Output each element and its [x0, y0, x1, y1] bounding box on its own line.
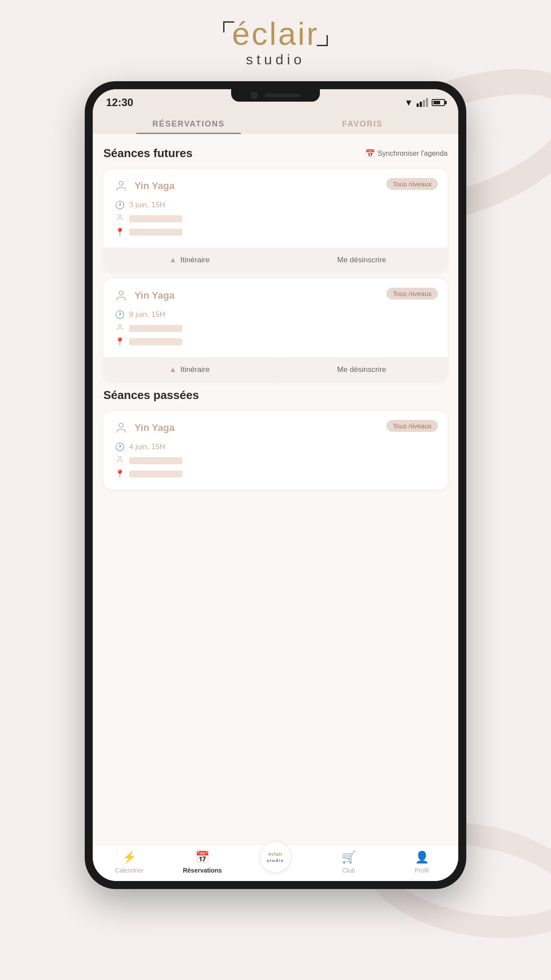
card-title-row-2: Yin Yaga Tous niveaux	[113, 288, 438, 304]
navigate-icon-2: ▲	[169, 365, 177, 374]
teacher-icon-past-1	[115, 455, 125, 466]
card-main-past-1: Yin Yaga Tous niveaux 🕐 4 juin, 15H	[103, 411, 448, 490]
svg-point-2	[119, 291, 123, 295]
nav-item-profil[interactable]: 👤 Profil	[385, 850, 458, 874]
user-icon-1	[113, 178, 129, 194]
sync-label: Synchroniser l'agenda	[378, 150, 448, 158]
svg-point-5	[118, 456, 121, 459]
session-1-address	[129, 229, 182, 236]
unsubscribe-label-1: Me désinscrire	[337, 256, 386, 265]
card-detail-date-2: 🕐 9 juin, 15H	[115, 310, 438, 320]
wifi-icon: ▼	[404, 98, 413, 108]
nav-item-calendar[interactable]: ⚡ Calendrier	[93, 850, 166, 874]
clock-icon-2: 🕐	[115, 310, 125, 320]
card-detail-address-1: 📍	[115, 227, 438, 237]
svg-point-3	[118, 324, 121, 327]
card-actions-2: ▲ Itinéraire Me désinscrire	[103, 357, 448, 381]
location-icon-1: 📍	[115, 227, 125, 237]
teacher-icon-1	[115, 213, 125, 224]
card-detail-teacher-past-1	[115, 455, 438, 466]
calendar-nav-icon: ⚡	[122, 850, 136, 864]
session-1-date: 3 juin, 15H	[129, 201, 165, 209]
profil-nav-icon: 👤	[415, 850, 429, 864]
calendar-nav-label: Calendrier	[115, 867, 144, 874]
calendar-sync-icon: 📅	[365, 149, 375, 158]
unsubscribe-btn-2[interactable]: Me désinscrire	[276, 358, 448, 381]
card-title-group-1: Yin Yaga	[113, 178, 175, 194]
signal-bars	[417, 98, 428, 107]
nav-item-home[interactable]: éclairstudio	[239, 850, 312, 874]
navigate-icon-1: ▲	[169, 255, 177, 265]
card-title-row-past-1: Yin Yaga Tous niveaux	[113, 420, 438, 436]
svg-point-1	[118, 214, 121, 217]
past-section-header: Séances passées	[103, 388, 448, 402]
battery-icon	[432, 99, 445, 106]
unsubscribe-label-2: Me désinscrire	[337, 365, 386, 374]
status-time: 12:30	[106, 96, 133, 109]
tab-favoris[interactable]: FAVORIS	[276, 112, 449, 134]
phone-frame: 12:30 ▼ RÉSERVATIONS FAVORIS Séances fut…	[85, 81, 466, 889]
nav-item-reservations[interactable]: 📅 Réservations	[166, 850, 239, 874]
logo-brand: éclair	[232, 18, 319, 50]
phone-screen: 12:30 ▼ RÉSERVATIONS FAVORIS Séances fut…	[93, 89, 458, 881]
location-icon-past-1: 📍	[115, 469, 125, 479]
logo-sub: studio	[246, 51, 305, 68]
card-main-1: Yin Yaga Tous niveaux 🕐 3 juin, 15H	[103, 169, 448, 248]
session-2-title: Yin Yaga	[134, 290, 175, 301]
session-2-date: 9 juin, 15H	[129, 310, 165, 319]
status-icons: ▼	[404, 98, 445, 108]
card-detail-address-past-1: 📍	[115, 469, 438, 479]
reservations-nav-icon: 📅	[195, 850, 209, 864]
card-main-2: Yin Yaga Tous niveaux 🕐 9 juin, 15H	[103, 279, 448, 357]
tab-header: RÉSERVATIONS FAVORIS	[93, 112, 458, 134]
phone-camera	[251, 92, 258, 99]
itinerary-label-1: Itinéraire	[181, 256, 210, 265]
user-icon-2	[113, 288, 129, 304]
past-section-gap: Séances passées	[103, 388, 448, 402]
teacher-icon-2	[115, 323, 125, 333]
svg-point-0	[119, 182, 123, 186]
card-actions-1: ▲ Itinéraire Me désinscrire	[103, 248, 448, 272]
location-icon-2: 📍	[115, 337, 125, 347]
session-2-level: Tous niveaux	[386, 288, 438, 300]
clock-icon-1: 🕐	[115, 200, 125, 210]
past-session-1-title: Yin Yaga	[134, 422, 175, 434]
card-detail-address-2: 📍	[115, 337, 438, 347]
future-section-title: Séances futures	[103, 146, 193, 160]
session-1-level: Tous niveaux	[386, 178, 438, 190]
clock-icon-past-1: 🕐	[115, 442, 125, 452]
future-section-header: Séances futures 📅 Synchroniser l'agenda	[103, 146, 448, 160]
itinerary-btn-1[interactable]: ▲ Itinéraire	[103, 248, 276, 272]
card-detail-teacher-2	[115, 323, 438, 333]
sync-button[interactable]: 📅 Synchroniser l'agenda	[365, 149, 448, 158]
svg-point-4	[119, 423, 123, 427]
unsubscribe-btn-1[interactable]: Me désinscrire	[276, 248, 448, 272]
home-logo: éclairstudio	[267, 851, 284, 864]
past-section-title: Séances passées	[103, 388, 199, 402]
phone-notch	[231, 89, 320, 102]
user-icon-past-1	[113, 420, 129, 436]
card-detail-date-1: 🕐 3 juin, 15H	[115, 200, 438, 210]
bottom-nav: ⚡ Calendrier 📅 Réservations éclairstudio…	[93, 845, 458, 881]
tab-reservations[interactable]: RÉSERVATIONS	[102, 112, 276, 134]
card-detail-date-past-1: 🕐 4 juin, 15H	[115, 442, 438, 452]
card-detail-teacher-1	[115, 213, 438, 224]
reservations-nav-label: Réservations	[183, 867, 222, 874]
logo-area: éclair studio	[232, 18, 319, 68]
future-session-card-1: Yin Yaga Tous niveaux 🕐 3 juin, 15H	[103, 169, 448, 272]
session-2-address	[129, 338, 182, 345]
itinerary-label-2: Itinéraire	[181, 365, 210, 374]
home-center-button[interactable]: éclairstudio	[260, 842, 291, 873]
past-session-1-date: 4 juin, 15H	[129, 443, 165, 451]
future-session-card-2: Yin Yaga Tous niveaux 🕐 9 juin, 15H	[103, 279, 448, 381]
club-nav-icon: 🛒	[342, 850, 356, 864]
profil-nav-label: Profil	[415, 867, 429, 874]
card-title-group-2: Yin Yaga	[113, 288, 175, 304]
content-area: Séances futures 📅 Synchroniser l'agenda	[93, 134, 458, 845]
nav-item-club[interactable]: 🛒 Club	[312, 850, 385, 874]
past-session-card-1: Yin Yaga Tous niveaux 🕐 4 juin, 15H	[103, 411, 448, 490]
past-session-1-address	[129, 470, 182, 478]
session-2-teacher	[129, 325, 182, 332]
battery-fill	[433, 101, 440, 104]
itinerary-btn-2[interactable]: ▲ Itinéraire	[103, 358, 276, 381]
